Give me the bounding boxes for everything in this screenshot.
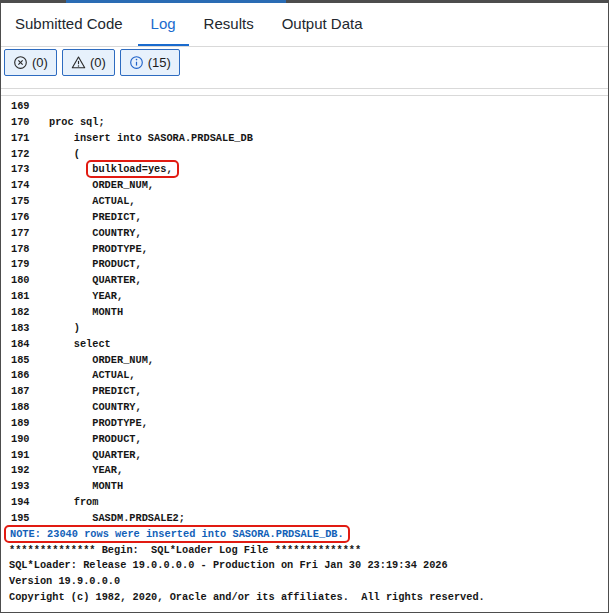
line-text: PRODUCT, [49, 258, 142, 270]
line-number: 180 [9, 273, 49, 289]
line-number: 186 [9, 368, 49, 384]
log-line: 186 ACTUAL, [9, 368, 608, 384]
line-number: 193 [9, 479, 49, 495]
notes-badge-button[interactable]: (15) [120, 49, 180, 76]
error-circle-icon [13, 55, 28, 70]
line-text: ( [49, 148, 80, 160]
notes-count-label: (15) [148, 55, 171, 70]
line-number: 172 [9, 147, 49, 163]
tab-submitted-code[interactable]: Submitted Code [2, 3, 136, 46]
line-number: 181 [9, 289, 49, 305]
log-viewer-window: Submitted CodeLogResultsOutput Data (0) [0, 0, 609, 613]
log-line: 189 PRODTYPE, [9, 416, 608, 432]
log-line: 174 ORDER_NUM, [9, 178, 608, 194]
line-text: QUARTER, [49, 274, 142, 286]
line-text: ACTUAL, [49, 195, 136, 207]
line-text: PREDICT, [49, 385, 142, 397]
line-text: YEAR, [49, 464, 123, 476]
line-number: 192 [9, 463, 49, 479]
line-number: 177 [9, 226, 49, 242]
log-note-line: NOTE: 23040 rows were inserted into SASO… [9, 527, 608, 543]
log-line: 170proc sql; [9, 115, 608, 131]
line-number: 188 [9, 400, 49, 416]
log-output-line: Copyright (c) 1982, 2020, Oracle and/or … [9, 590, 608, 606]
log-line: 188 COUNTRY, [9, 400, 608, 416]
line-number: 182 [9, 305, 49, 321]
tab-bar: Submitted CodeLogResultsOutput Data [1, 3, 608, 47]
errors-badge-button[interactable]: (0) [4, 49, 57, 76]
tab-output-data[interactable]: Output Data [269, 3, 376, 46]
line-number: 183 [9, 321, 49, 337]
log-line: 185 ORDER_NUM, [9, 353, 608, 369]
log-output-line: ************** Begin: SQL*Loader Log Fil… [9, 543, 608, 559]
log-line: 191 QUARTER, [9, 448, 608, 464]
line-text: QUARTER, [49, 449, 142, 461]
line-text: select [49, 338, 111, 350]
info-circle-icon [129, 55, 144, 70]
line-number: 194 [9, 495, 49, 511]
log-output-line: SQL*Loader: Release 19.0.0.0.0 - Product… [9, 558, 608, 574]
line-number: 175 [9, 194, 49, 210]
warnings-count-label: (0) [90, 55, 106, 70]
tab-results[interactable]: Results [191, 3, 267, 46]
log-toolbar: (0) (0) (15) [1, 47, 608, 89]
line-number: 187 [9, 384, 49, 400]
log-output-line: Version 19.9.0.0.0 [9, 574, 608, 590]
line-number: 190 [9, 432, 49, 448]
log-line: 184 select [9, 337, 608, 353]
log-line: 175 ACTUAL, [9, 194, 608, 210]
line-number: 189 [9, 416, 49, 432]
log-line: 169 [9, 99, 608, 115]
line-number: 178 [9, 242, 49, 258]
line-text: ) [49, 322, 80, 334]
line-text: COUNTRY, [49, 401, 142, 413]
log-line: 190 PRODUCT, [9, 432, 608, 448]
log-line: 179 PRODUCT, [9, 257, 608, 273]
line-text: PREDICT, [49, 211, 142, 223]
log-line: 178 PRODTYPE, [9, 242, 608, 258]
warning-triangle-icon [71, 55, 86, 70]
line-text: proc sql; [49, 116, 105, 128]
errors-count-label: (0) [32, 55, 48, 70]
line-text: MONTH [49, 306, 123, 318]
log-line: 171 insert into SASORA.PRDSALE_DB [9, 131, 608, 147]
line-text: SASDM.PRDSALE2; [49, 512, 185, 524]
line-text: from [49, 496, 98, 508]
tab-log[interactable]: Log [138, 3, 189, 46]
line-text: COUNTRY, [49, 227, 142, 239]
line-number: 179 [9, 257, 49, 273]
log-line: 173 bulkload=yes, [9, 162, 608, 178]
log-line: 177 COUNTRY, [9, 226, 608, 242]
highlight-box-bulkload: bulkload=yes, [86, 160, 178, 178]
line-text: MONTH [49, 480, 123, 492]
log-line: 183 ) [9, 321, 608, 337]
line-number: 173 [9, 162, 49, 178]
log-line: 193 MONTH [9, 479, 608, 495]
line-number: 184 [9, 337, 49, 353]
log-line: 180 QUARTER, [9, 273, 608, 289]
line-text: PRODUCT, [49, 433, 142, 445]
line-number: 169 [9, 99, 49, 115]
line-number: 176 [9, 210, 49, 226]
line-text: YEAR, [49, 290, 123, 302]
log-line: 181 YEAR, [9, 289, 608, 305]
line-text: PRODTYPE, [49, 243, 148, 255]
warnings-badge-button[interactable]: (0) [62, 49, 115, 76]
highlight-box-note: NOTE: 23040 rows were inserted into SASO… [4, 525, 350, 543]
line-number: 174 [9, 178, 49, 194]
line-text: ACTUAL, [49, 369, 136, 381]
line-number: 171 [9, 131, 49, 147]
log-line: 194 from [9, 495, 608, 511]
line-number: 191 [9, 448, 49, 464]
line-text: ORDER_NUM, [49, 179, 154, 191]
log-content[interactable]: 169170proc sql;171 insert into SASORA.PR… [1, 95, 608, 611]
line-text: insert into SASORA.PRDSALE_DB [49, 132, 253, 144]
line-number: 185 [9, 353, 49, 369]
log-line: 192 YEAR, [9, 463, 608, 479]
log-line: 176 PREDICT, [9, 210, 608, 226]
line-text: ORDER_NUM, [49, 354, 154, 366]
line-text: PRODTYPE, [49, 417, 148, 429]
line-number: 170 [9, 115, 49, 131]
log-line: 187 PREDICT, [9, 384, 608, 400]
log-line: 182 MONTH [9, 305, 608, 321]
